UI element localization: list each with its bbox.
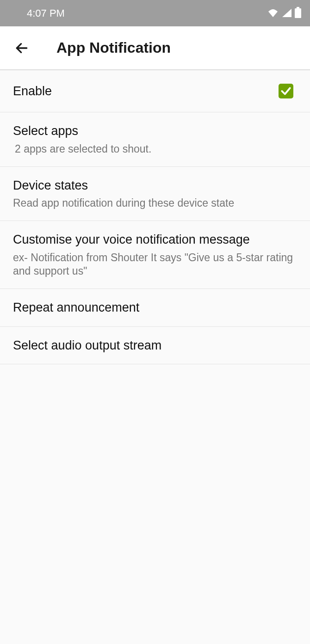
enable-checkbox[interactable] <box>279 84 293 98</box>
item-title: Device states <box>13 177 297 194</box>
item-title: Repeat announcement <box>13 299 297 316</box>
item-subtitle: ex- Notification from Shouter It says "G… <box>13 251 297 279</box>
check-icon <box>280 85 292 97</box>
select-audio-output-row[interactable]: Select audio output stream <box>0 327 310 364</box>
enable-row[interactable]: Enable <box>0 70 310 112</box>
customise-voice-row[interactable]: Customise your voice notification messag… <box>0 221 310 289</box>
select-apps-row[interactable]: Select apps 2 apps are selected to shout… <box>0 112 310 166</box>
status-icons <box>267 7 302 20</box>
cell-signal-icon <box>281 8 291 19</box>
battery-icon <box>294 7 302 20</box>
item-subtitle: Read app notification during these devic… <box>13 196 297 210</box>
item-subtitle: 2 apps are selected to shout. <box>13 142 297 156</box>
item-title: Customise your voice notification messag… <box>13 231 297 248</box>
status-bar: 4:07 PM <box>0 0 310 26</box>
item-title: Select apps <box>13 123 297 139</box>
svg-rect-0 <box>297 7 299 8</box>
item-title: Select audio output stream <box>13 337 297 354</box>
app-bar: App Notification <box>0 26 310 70</box>
repeat-announcement-row[interactable]: Repeat announcement <box>0 289 310 326</box>
settings-list: Enable Select apps 2 apps are selected t… <box>0 70 310 364</box>
wifi-icon <box>267 8 279 19</box>
status-time: 4:07 PM <box>27 7 65 19</box>
page-title: App Notification <box>56 39 171 56</box>
svg-rect-1 <box>295 8 301 18</box>
item-title: Enable <box>13 83 279 99</box>
device-states-row[interactable]: Device states Read app notification duri… <box>0 167 310 221</box>
back-arrow-icon[interactable] <box>14 40 30 56</box>
